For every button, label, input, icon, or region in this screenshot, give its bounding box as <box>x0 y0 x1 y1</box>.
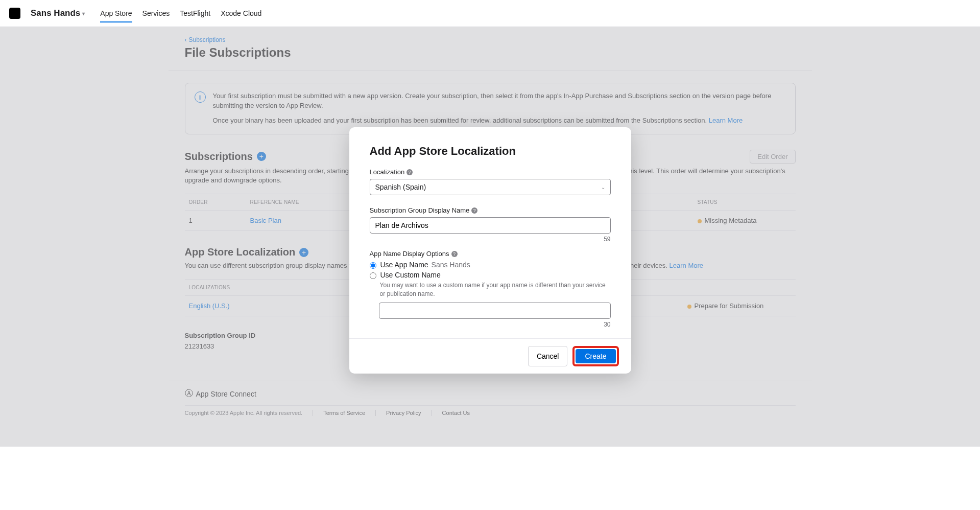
help-icon[interactable]: ? <box>471 207 477 214</box>
localization-value: Spanish (Spain) <box>375 183 426 191</box>
top-bar: Sans Hands ▾ App Store Services TestFlig… <box>0 0 980 27</box>
use-custom-name-label: Use Custom Name <box>380 271 441 279</box>
custom-name-input[interactable] <box>379 303 611 319</box>
chevron-down-icon: ⌄ <box>601 184 605 190</box>
group-display-name-input[interactable] <box>370 217 611 234</box>
app-icon <box>9 8 20 19</box>
chevron-down-icon: ▾ <box>82 11 85 16</box>
modal-overlay: Add App Store Localization Localization … <box>0 27 980 447</box>
tab-xcode-cloud[interactable]: Xcode Cloud <box>221 4 261 22</box>
use-app-name-label: Use App Name <box>380 261 428 269</box>
create-button[interactable]: Create <box>576 349 615 363</box>
use-app-name-option[interactable]: Use App Name Sans Hands <box>370 261 611 269</box>
help-icon[interactable]: ? <box>451 251 458 257</box>
localization-label: Localization <box>370 168 405 176</box>
use-custom-name-option[interactable]: Use Custom Name <box>370 271 611 279</box>
cancel-button[interactable]: Cancel <box>528 346 568 366</box>
group-display-name-label: Subscription Group Display Name <box>370 206 470 214</box>
app-name-preview: Sans Hands <box>432 261 470 269</box>
use-custom-name-radio[interactable] <box>370 272 376 279</box>
custom-char-counter: 30 <box>370 321 611 328</box>
app-selector[interactable]: Sans Hands ▾ <box>31 8 85 18</box>
char-counter: 59 <box>370 236 611 243</box>
localization-select[interactable]: Spanish (Spain) ⌄ <box>370 179 611 195</box>
create-highlight: Create <box>572 346 618 366</box>
use-app-name-radio[interactable] <box>370 262 376 269</box>
modal-title: Add App Store Localization <box>370 145 611 158</box>
display-options-label: App Name Display Options <box>370 250 449 258</box>
help-icon[interactable]: ? <box>407 169 413 175</box>
app-name: Sans Hands <box>31 8 80 18</box>
custom-name-hint: You may want to use a custom name if you… <box>380 281 611 298</box>
tabs: App Store Services TestFlight Xcode Clou… <box>100 4 261 22</box>
tab-services[interactable]: Services <box>142 4 170 22</box>
tab-testflight[interactable]: TestFlight <box>180 4 210 22</box>
add-localization-modal: Add App Store Localization Localization … <box>349 127 631 374</box>
tab-app-store[interactable]: App Store <box>100 4 132 22</box>
